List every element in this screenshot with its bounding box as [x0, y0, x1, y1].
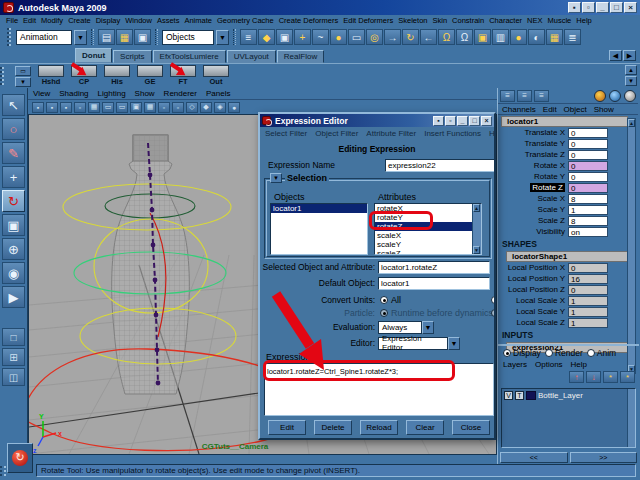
- lights-mode-icon[interactable]: ●: [228, 102, 240, 113]
- shelf-tab-efxtoolslumiere[interactable]: EfxToolsLumiere: [153, 50, 226, 63]
- reload-button[interactable]: Reload: [360, 420, 398, 435]
- menu-item[interactable]: Create: [68, 16, 91, 25]
- film-gate-icon[interactable]: ▭: [102, 102, 114, 113]
- menu-item[interactable]: Assets: [157, 16, 180, 25]
- move-layer-down-icon[interactable]: ↓: [586, 371, 601, 383]
- snap-to-view-plane-icon[interactable]: ▭: [348, 29, 365, 45]
- drag-handle[interactable]: [7, 28, 11, 46]
- node-header[interactable]: locator1: [501, 116, 628, 127]
- channel-row[interactable]: Local Scale X 1: [498, 295, 638, 306]
- snap-to-curve-icon[interactable]: ~: [312, 29, 329, 45]
- shaded-mode-icon[interactable]: ◆: [200, 102, 212, 113]
- expression-editor-dialog[interactable]: Expression Editor ▪▫_□× Select FilterObj…: [258, 112, 496, 440]
- channel-row[interactable]: Rotate X 0: [498, 160, 638, 171]
- menu-item[interactable]: Modify: [41, 16, 63, 25]
- menu-item[interactable]: Display: [96, 16, 121, 25]
- layer-list-scrollbar[interactable]: [627, 389, 635, 447]
- anim-radio[interactable]: Anim: [587, 348, 616, 358]
- minimize-button[interactable]: _: [596, 2, 609, 13]
- four-pane-layout-icon[interactable]: ⊞: [2, 348, 25, 366]
- menu-item[interactable]: Edit Deformers: [343, 16, 393, 25]
- maximize-button[interactable]: □: [610, 2, 623, 13]
- current-tool-icon-box[interactable]: ↻: [7, 443, 33, 473]
- snap-to-point-icon[interactable]: ●: [330, 29, 347, 45]
- two-panes-icon[interactable]: ▫: [74, 102, 86, 113]
- object-item-locator1[interactable]: locator1: [271, 204, 367, 213]
- layer-menu-item[interactable]: Options: [535, 360, 563, 369]
- dialog-menu-item[interactable]: Select Filter: [265, 129, 307, 138]
- evaluation-select[interactable]: Always: [378, 321, 422, 334]
- shelf-out-button[interactable]: Out: [200, 64, 232, 88]
- pager-prev-button[interactable]: <<: [500, 452, 568, 463]
- field-chart-icon[interactable]: ▦: [144, 102, 156, 113]
- title-bar[interactable]: Autodesk Maya 2009 ▪▫_□×: [0, 0, 640, 15]
- channel-box-scrollbar[interactable]: ▲ ▼: [627, 118, 636, 374]
- menu-item[interactable]: Character: [489, 16, 522, 25]
- window-style-button[interactable]: ▫: [582, 2, 595, 13]
- eyedropper-icon[interactable]: [624, 90, 636, 102]
- snap-magnet-icon[interactable]: Ω: [438, 29, 455, 45]
- pager-next-button[interactable]: >>: [570, 452, 638, 463]
- objects-list[interactable]: locator1: [270, 203, 368, 255]
- layer-menu-item[interactable]: Layers: [503, 360, 527, 369]
- shelf-hshd-button[interactable]: Hshd: [35, 64, 67, 88]
- menu-item[interactable]: Edit: [23, 16, 36, 25]
- make-live-icon[interactable]: ◎: [366, 29, 383, 45]
- input-connections-icon[interactable]: →: [384, 29, 401, 45]
- shelf-ge-button[interactable]: GE: [134, 64, 166, 88]
- viewport-menu-item[interactable]: Renderer: [164, 89, 197, 98]
- menu-item[interactable]: Animate: [184, 16, 212, 25]
- clear-button[interactable]: Clear: [406, 420, 444, 435]
- scroll-up-icon[interactable]: ▲: [628, 119, 635, 127]
- image-plane-icon[interactable]: ▪: [60, 102, 72, 113]
- channel-row[interactable]: Translate Z 0: [498, 149, 638, 160]
- safe-action-icon[interactable]: ▫: [158, 102, 170, 113]
- shelf-scroll-up-icon[interactable]: ▲: [625, 65, 637, 75]
- channel-box-menu-item[interactable]: Channels: [502, 105, 536, 114]
- attribute-item-scalex[interactable]: scaleX: [375, 231, 472, 240]
- editor-dropdown-icon[interactable]: ▼: [448, 337, 460, 350]
- new-layer-from-selected-icon[interactable]: *: [620, 371, 635, 383]
- menu-item[interactable]: NEX: [527, 16, 542, 25]
- attribute-item-scalez[interactable]: scaleZ: [375, 249, 472, 255]
- paint-select-tool-icon[interactable]: ✎: [2, 142, 25, 164]
- menu-item[interactable]: Skin: [432, 16, 447, 25]
- close-button[interactable]: ×: [481, 116, 492, 126]
- shelf-his-button[interactable]: His: [101, 64, 133, 88]
- menu-item[interactable]: Geometry Cache: [217, 16, 274, 25]
- camera-attributes-icon[interactable]: ▪: [32, 102, 44, 113]
- convert-units-all-radio[interactable]: [380, 296, 388, 304]
- pin-window-button[interactable]: ▪: [568, 2, 581, 13]
- viewport-menu-item[interactable]: Show: [135, 89, 155, 98]
- render-radio[interactable]: Render: [545, 348, 583, 358]
- scroll-down-icon[interactable]: ▼: [473, 246, 480, 254]
- close-button[interactable]: Close: [452, 420, 490, 435]
- render-settings-icon[interactable]: ▦: [546, 29, 563, 45]
- menu-item[interactable]: Constrain: [452, 16, 484, 25]
- soft-modification-icon[interactable]: ◉: [2, 262, 25, 284]
- shelf-ft-button[interactable]: FT: [167, 64, 199, 88]
- editor-select[interactable]: Expression Editor: [378, 337, 448, 350]
- channel-row[interactable]: Scale X 8: [498, 193, 638, 204]
- delete-button[interactable]: Delete: [314, 420, 352, 435]
- counts-display-icon[interactable]: ≣: [564, 29, 581, 45]
- persp-outliner-layout-icon[interactable]: ◫: [2, 368, 25, 386]
- collapse-section-icon[interactable]: ▼: [270, 173, 282, 183]
- viewport-menu-item[interactable]: Lighting: [98, 89, 126, 98]
- highlight-selection-icon[interactable]: ▣: [474, 29, 491, 45]
- render-globe-icon[interactable]: [609, 90, 621, 102]
- bookmark-icon[interactable]: ▪: [46, 102, 58, 113]
- scroll-up-icon[interactable]: ▲: [473, 204, 480, 212]
- shelf-tab-realflow[interactable]: RealFlow: [277, 50, 324, 63]
- channel-row[interactable]: Local Position Z 0: [498, 284, 638, 295]
- edit-button[interactable]: Edit: [268, 420, 306, 435]
- menu-item[interactable]: Muscle: [548, 16, 572, 25]
- menu-item[interactable]: Help: [576, 16, 591, 25]
- channel-row[interactable]: Visibility on: [498, 226, 638, 237]
- show-manipulator-icon[interactable]: ▶: [2, 286, 25, 308]
- attribute-item-rotatex[interactable]: rotateX: [375, 204, 472, 213]
- new-scene-icon[interactable]: ▤: [98, 29, 115, 45]
- menu-item[interactable]: Skeleton: [398, 16, 427, 25]
- shelf-tab-donut[interactable]: Donut: [75, 48, 112, 63]
- selected-object-attr-field[interactable]: locator1.rotateZ: [378, 261, 490, 274]
